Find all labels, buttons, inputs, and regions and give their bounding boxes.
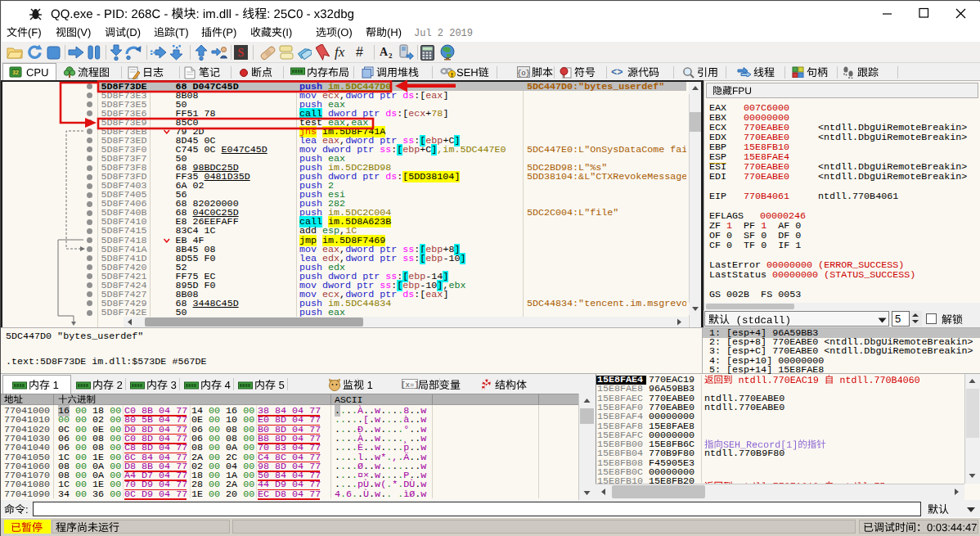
svg-text:[x=]: [x=] [402, 381, 418, 390]
svg-text:{o}: {o} [517, 70, 530, 78]
svg-text:<>: <> [611, 67, 623, 77]
